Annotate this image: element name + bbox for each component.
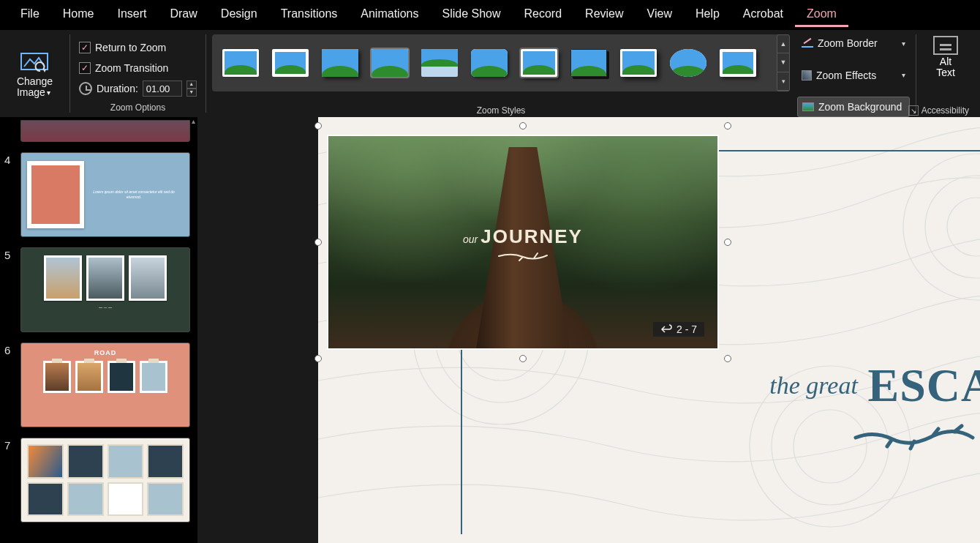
zoom-frame-image: ourJOURNEY 2 - 7 bbox=[327, 135, 719, 350]
ribbon: Change Image ▾ ✓ Return to Zoom ✓ Zoom T… bbox=[0, 29, 980, 117]
zoom-styles-group-label: Zoom Styles bbox=[212, 104, 790, 117]
chevron-down-icon: ▾ bbox=[47, 89, 50, 97]
menu-animations[interactable]: Animations bbox=[349, 3, 430, 27]
return-to-zoom-label: Return to Zoom bbox=[95, 42, 166, 53]
slide-number: 7 bbox=[4, 438, 15, 523]
menu-insert[interactable]: Insert bbox=[105, 3, 158, 27]
slide-number: 6 bbox=[4, 342, 15, 427]
zoom-transition-checkbox[interactable]: ✓ Zoom Transition bbox=[79, 58, 197, 78]
alt-text-icon bbox=[933, 36, 958, 55]
slide4-text: Lorem ipsum dolor sit amet consectetur e… bbox=[84, 190, 184, 200]
background-icon bbox=[802, 102, 814, 111]
svg-marker-1 bbox=[43, 70, 46, 72]
style-preset-4[interactable] bbox=[372, 49, 408, 77]
zoom-background-label: Zoom Background bbox=[818, 101, 902, 113]
menu-acrobat[interactable]: Acrobat bbox=[731, 3, 795, 27]
menu-record[interactable]: Record bbox=[513, 3, 574, 27]
zoom-background-button[interactable]: Zoom Background bbox=[797, 97, 910, 117]
style-preset-1[interactable] bbox=[222, 49, 259, 77]
svg-point-10 bbox=[903, 154, 980, 300]
zoom-range-badge: 2 - 7 bbox=[653, 322, 704, 337]
branch-decoration bbox=[852, 423, 976, 454]
style-preset-8[interactable] bbox=[570, 49, 607, 77]
chevron-down-icon: ▾ bbox=[902, 71, 905, 79]
menu-slideshow[interactable]: Slide Show bbox=[430, 3, 512, 27]
menu-view[interactable]: View bbox=[636, 3, 684, 27]
style-preset-7[interactable] bbox=[521, 49, 557, 77]
menu-bar: File Home Insert Draw Design Transitions… bbox=[0, 0, 980, 29]
gallery-scroll[interactable]: ▲▼▾ bbox=[777, 34, 790, 91]
menu-file[interactable]: File bbox=[9, 3, 51, 27]
resize-handle[interactable] bbox=[314, 122, 322, 130]
return-to-zoom-checkbox[interactable]: ✓ Return to Zoom bbox=[79, 37, 197, 58]
slide-thumb-7[interactable] bbox=[20, 438, 190, 523]
zoom-options-group-label: Zoom Options bbox=[76, 101, 200, 114]
resize-handle[interactable] bbox=[724, 122, 731, 130]
style-preset-9[interactable] bbox=[620, 49, 657, 77]
duration-input[interactable] bbox=[143, 80, 182, 97]
slide-thumb-4[interactable]: Lorem ipsum dolor sit amet consectetur e… bbox=[20, 152, 190, 237]
change-image-label2: Image bbox=[17, 87, 45, 98]
zoom-styles-group: ▲▼▾ Zoom Styles bbox=[206, 30, 791, 117]
effects-icon bbox=[802, 70, 812, 80]
zoom-frame-selected[interactable]: ourJOURNEY 2 - 7 bbox=[318, 126, 728, 359]
accessibility-label[interactable]: Accessibility bbox=[908, 105, 969, 116]
slide-canvas[interactable]: the great ESCAPE ourJOURNEY 2 - 7 bbox=[318, 117, 980, 543]
duration-spinner[interactable]: ▲▼ bbox=[186, 80, 197, 97]
slide-thumb-3[interactable] bbox=[20, 120, 190, 142]
zoom-options-group: ✓ Return to Zoom ✓ Zoom Transition Durat… bbox=[70, 30, 206, 117]
title-block: the great ESCAPE bbox=[769, 359, 980, 413]
menu-review[interactable]: Review bbox=[573, 3, 635, 27]
change-image-icon bbox=[20, 52, 49, 74]
slide-thumb-5[interactable]: — ⁓ — bbox=[20, 247, 190, 332]
resize-handle[interactable] bbox=[519, 355, 527, 362]
zoom-styles-gallery[interactable] bbox=[212, 34, 790, 91]
menu-draw[interactable]: Draw bbox=[158, 3, 208, 27]
resize-handle[interactable] bbox=[724, 355, 731, 362]
title-main: ESCAPE bbox=[868, 359, 981, 413]
slide-number: 5 bbox=[4, 247, 15, 332]
change-image-group: Change Image ▾ bbox=[0, 30, 69, 117]
pen-icon bbox=[802, 39, 813, 48]
chevron-down-icon: ▾ bbox=[902, 40, 905, 48]
style-preset-5[interactable] bbox=[421, 49, 458, 77]
alt-text-button[interactable]: AltText bbox=[933, 33, 958, 79]
zoom-range-text: 2 - 7 bbox=[676, 323, 697, 335]
slide-number: 4 bbox=[4, 152, 15, 237]
zoom-transition-label: Zoom Transition bbox=[95, 62, 168, 74]
svg-point-9 bbox=[925, 176, 980, 278]
menu-design[interactable]: Design bbox=[209, 3, 269, 27]
slide6-title: ROAD bbox=[94, 349, 117, 356]
style-preset-10[interactable] bbox=[670, 49, 706, 77]
zoom-border-button[interactable]: Zoom Border ▾ bbox=[797, 33, 910, 53]
menu-transitions[interactable]: Transitions bbox=[269, 3, 350, 27]
slide-number bbox=[4, 120, 15, 142]
checkbox-icon: ✓ bbox=[79, 42, 91, 53]
svg-point-8 bbox=[947, 198, 980, 256]
style-preset-2[interactable] bbox=[272, 49, 309, 77]
style-preset-11[interactable] bbox=[720, 49, 756, 77]
change-image-label1: Change bbox=[17, 76, 53, 87]
zoom-border-label: Zoom Border bbox=[818, 37, 878, 49]
resize-handle[interactable] bbox=[519, 122, 527, 130]
alt-text-label1: Alt bbox=[940, 56, 951, 67]
menu-home[interactable]: Home bbox=[51, 3, 106, 27]
resize-handle[interactable] bbox=[314, 239, 322, 246]
thumbnail-scrollbar[interactable]: ▴ bbox=[189, 117, 197, 543]
zoom-effects-button[interactable]: Zoom Effects ▾ bbox=[797, 65, 910, 86]
change-image-button[interactable]: Change Image ▾ bbox=[17, 49, 53, 99]
return-arrow-icon bbox=[660, 324, 672, 334]
journey-title: ourJOURNEY bbox=[328, 225, 717, 261]
slide-canvas-area: the great ESCAPE ourJOURNEY 2 - 7 bbox=[197, 117, 980, 543]
style-preset-3[interactable] bbox=[322, 49, 358, 77]
menu-zoom[interactable]: Zoom bbox=[795, 3, 848, 27]
zoom-effects-label: Zoom Effects bbox=[816, 70, 876, 81]
resize-handle[interactable] bbox=[314, 355, 322, 362]
resize-handle[interactable] bbox=[724, 239, 731, 246]
slide-thumb-6[interactable]: ROAD bbox=[20, 342, 190, 427]
duration-label: Duration: bbox=[97, 83, 138, 94]
slide-thumbnail-panel: 4 Lorem ipsum dolor sit amet consectetur… bbox=[0, 117, 197, 543]
zoom-format-group: Zoom Border ▾ Zoom Effects ▾ Zoom Backgr… bbox=[791, 30, 916, 117]
style-preset-6[interactable] bbox=[471, 49, 508, 77]
menu-help[interactable]: Help bbox=[684, 3, 731, 27]
